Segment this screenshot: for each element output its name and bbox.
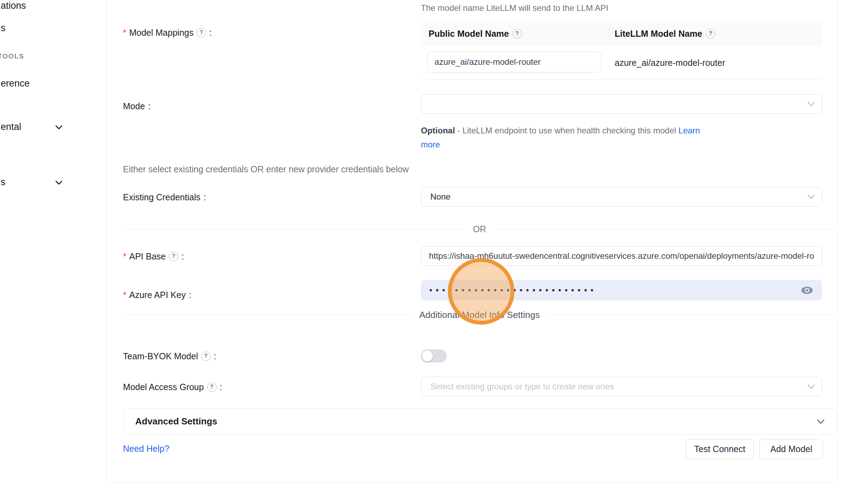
- azure-api-key-label: * Azure API Key :: [123, 289, 191, 300]
- existing-credentials-select[interactable]: None: [421, 187, 822, 207]
- sidebar-item-s1[interactable]: s: [1, 23, 6, 34]
- sidebar-item-ations[interactable]: ations: [1, 0, 26, 11]
- eye-icon[interactable]: [800, 285, 814, 296]
- table-header-row: Public Model Name ? LiteLLM Model Name ?: [421, 21, 822, 46]
- model-access-group-select[interactable]: Select existing groups or type to create…: [421, 377, 822, 396]
- model-access-group-label: Model Access Group ? :: [123, 381, 222, 393]
- model-mappings-label: * Model Mappings ? :: [123, 27, 212, 38]
- litellm-model-name-header: LiteLLM Model Name ?: [609, 21, 822, 46]
- test-connect-button[interactable]: Test Connect: [686, 439, 754, 459]
- help-icon[interactable]: ?: [512, 29, 522, 39]
- existing-credentials-label: Existing Credentials:: [123, 192, 206, 203]
- help-icon[interactable]: ?: [201, 352, 211, 361]
- help-icon[interactable]: ?: [169, 252, 178, 261]
- public-model-name-input[interactable]: [427, 51, 602, 72]
- advanced-settings-label: Advanced Settings: [135, 416, 217, 427]
- advanced-settings-panel[interactable]: Advanced Settings: [124, 408, 837, 435]
- credentials-note: Either select existing credentials OR en…: [123, 164, 409, 174]
- help-icon[interactable]: ?: [197, 28, 206, 37]
- click-indicator-circle: [448, 258, 514, 325]
- required-mark: *: [123, 251, 127, 262]
- help-icon[interactable]: ?: [207, 382, 217, 392]
- chevron-down-icon: [807, 383, 815, 390]
- model-mappings-table: Public Model Name ? LiteLLM Model Name ?…: [421, 21, 822, 79]
- help-icon[interactable]: ?: [706, 29, 715, 39]
- mode-label: Mode:: [123, 101, 151, 112]
- sidebar-item-s2[interactable]: s: [1, 177, 6, 188]
- team-byok-label: Team-BYOK Model ? :: [123, 351, 216, 362]
- add-model-form-card: The model name LiteLLM will send to the …: [106, 0, 838, 483]
- team-byok-toggle[interactable]: [421, 349, 447, 362]
- required-mark: *: [123, 28, 127, 38]
- sidebar-item-erence[interactable]: erence: [1, 78, 30, 89]
- sidebar-item-ental[interactable]: ental: [1, 122, 21, 132]
- required-mark: *: [123, 290, 127, 300]
- chevron-down-icon: [816, 418, 825, 425]
- table-row: azure_ai/azure-model-router: [421, 46, 822, 79]
- litellm-model-name-value: azure_ai/azure-model-router: [615, 46, 725, 79]
- chevron-down-icon: [54, 122, 64, 132]
- or-divider: OR: [123, 222, 836, 236]
- add-model-button[interactable]: Add Model: [759, 439, 823, 459]
- chevron-down-icon: [807, 101, 815, 107]
- chevron-down-icon: [807, 194, 815, 200]
- mode-select[interactable]: [421, 94, 822, 114]
- header-divider: [609, 27, 609, 40]
- select-placeholder: Select existing groups or type to create…: [430, 382, 614, 392]
- public-model-name-header: Public Model Name ?: [421, 21, 609, 46]
- toggle-knob: [422, 351, 433, 361]
- api-base-label: * API Base ? :: [123, 251, 184, 262]
- model-name-helper-text: The model name LiteLLM will send to the …: [421, 3, 608, 13]
- chevron-down-icon: [54, 178, 64, 187]
- sidebar-section-tools: TOOLS: [0, 53, 24, 60]
- need-help-link[interactable]: Need Help?: [123, 444, 169, 454]
- mode-hint: Optional - LiteLLM endpoint to use when …: [421, 124, 712, 152]
